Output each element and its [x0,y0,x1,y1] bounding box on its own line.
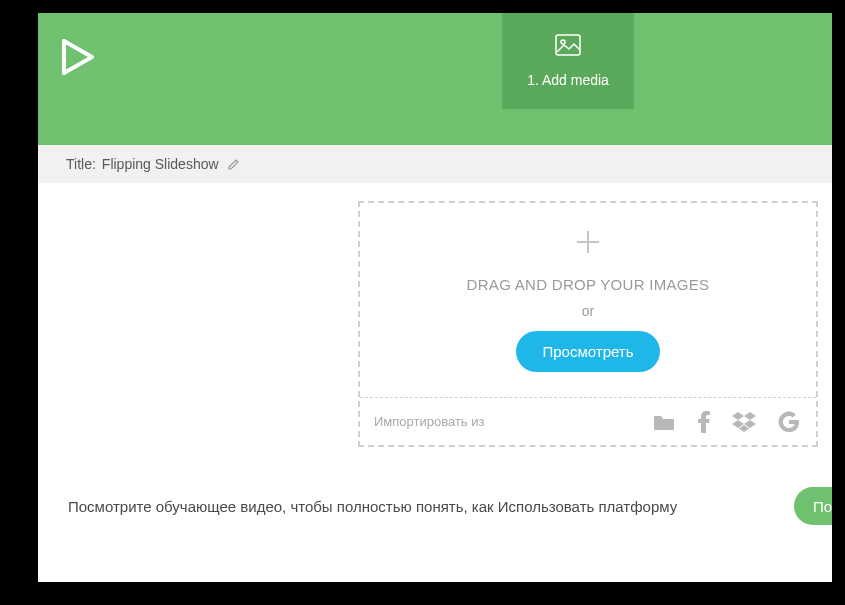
tutorial-button[interactable]: По [794,487,832,525]
dropbox-icon[interactable] [732,412,756,432]
dropzone-or: or [582,303,594,319]
title-label: Title: [66,156,96,172]
facebook-icon[interactable] [698,411,710,433]
app-header: 1. Add media [38,13,832,145]
title-bar: Title: Flipping Slideshow [38,145,832,183]
edit-title-icon[interactable] [227,157,241,171]
step-tab-add-media[interactable]: 1. Add media [502,13,634,109]
tutorial-text: Посмотрите обучающее видео, чтобы полнос… [68,498,794,515]
title-value: Flipping Slideshow [102,156,219,172]
dropzone-text: DRAG AND DROP YOUR IMAGES [467,276,710,293]
import-row: Импортировать из [360,397,816,445]
plus-icon [574,228,602,260]
image-icon [555,34,581,60]
dropzone-upper: DRAG AND DROP YOUR IMAGES or Просмотреть [360,203,816,397]
import-label: Импортировать из [374,414,652,429]
step-tab-label: 1. Add media [527,72,609,88]
svg-rect-0 [556,35,580,55]
dropzone[interactable]: DRAG AND DROP YOUR IMAGES or Просмотреть… [358,201,818,447]
folder-icon[interactable] [652,412,676,432]
svg-point-1 [561,40,565,44]
browse-button[interactable]: Просмотреть [516,331,659,372]
tutorial-row: Посмотрите обучающее видео, чтобы полнос… [68,487,832,525]
app-logo-icon [56,35,100,83]
google-icon[interactable] [778,411,800,433]
